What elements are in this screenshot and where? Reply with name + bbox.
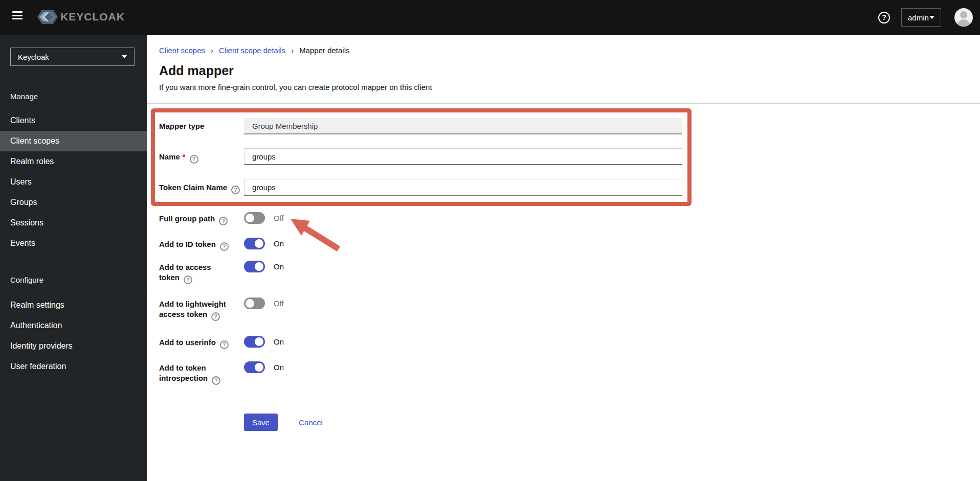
add-to-userinfo-label: Add to userinfo <box>159 338 216 347</box>
sidebar-divider <box>0 83 147 83</box>
toggle-state-label: Off <box>274 210 284 222</box>
sidebar-item-client-scopes[interactable]: Client scopes <box>0 131 147 151</box>
add-to-access-token-toggle[interactable] <box>244 261 265 272</box>
mapper-type-input <box>244 118 682 134</box>
sidebar: Keycloak Manage Clients Client scopes Re… <box>0 35 147 481</box>
page-title: Add mapper <box>159 63 234 78</box>
sidebar-item-events[interactable]: Events <box>0 233 147 254</box>
add-to-userinfo-toggle[interactable] <box>244 336 265 348</box>
help-icon[interactable]: ? <box>212 376 220 385</box>
brand-text: KEYCLOAK <box>60 11 125 23</box>
help-icon[interactable]: ? <box>184 276 192 284</box>
sidebar-section-configure: Configure <box>10 276 43 284</box>
avatar[interactable] <box>954 8 973 27</box>
sidebar-item-authentication[interactable]: Authentication <box>0 315 147 336</box>
sidebar-item-realm-settings[interactable]: Realm settings <box>0 295 147 315</box>
top-header: KEYCLOAK ? admin <box>0 0 980 35</box>
required-asterisk: * <box>183 152 186 161</box>
add-to-token-introspection-toggle[interactable] <box>244 361 265 373</box>
breadcrumb: Client scopes › Client scope details › M… <box>159 46 350 55</box>
form-row-add-to-token-introspection: Add to token introspection? On <box>159 359 284 385</box>
sidebar-item-sessions[interactable]: Sessions <box>0 213 147 233</box>
keycloak-logo-icon <box>37 9 58 25</box>
breadcrumb-separator-icon: › <box>211 46 213 55</box>
full-group-path-label: Full group path <box>159 214 215 223</box>
realm-selector-label: Keycloak <box>18 53 49 61</box>
help-icon[interactable]: ? <box>220 340 229 349</box>
save-button[interactable]: Save <box>244 414 278 431</box>
sidebar-section-manage: Manage <box>10 92 38 101</box>
toggle-state-label: On <box>274 259 284 271</box>
help-icon[interactable]: ? <box>219 217 228 225</box>
main-content: Client scopes › Client scope details › M… <box>147 35 980 481</box>
cancel-link[interactable]: Cancel <box>299 418 323 427</box>
name-input[interactable] <box>244 148 682 165</box>
add-to-token-introspection-label: Add to token introspection <box>159 363 208 382</box>
help-icon[interactable]: ? <box>231 186 240 194</box>
sidebar-item-realm-roles[interactable]: Realm roles <box>0 151 147 172</box>
form-row-token-claim-name: Token Claim Name? <box>159 179 682 196</box>
breadcrumb-client-scopes[interactable]: Client scopes <box>159 46 205 55</box>
content-divider <box>147 103 980 104</box>
add-to-id-token-toggle[interactable] <box>244 238 265 249</box>
form-row-mapper-type: Mapper type <box>159 118 682 134</box>
form-actions: Save Cancel <box>244 414 323 431</box>
sidebar-item-users[interactable]: Users <box>0 172 147 192</box>
breadcrumb-current: Mapper details <box>299 46 349 55</box>
mapper-type-label: Mapper type <box>159 122 204 130</box>
sidebar-item-user-federation[interactable]: User federation <box>0 356 147 377</box>
breadcrumb-separator-icon: › <box>291 46 294 55</box>
toggle-state-label: On <box>274 334 284 346</box>
form-row-name: Name*? <box>159 148 682 165</box>
page-subtitle: If you want more fine-grain control, you… <box>159 83 432 91</box>
form-row-add-to-userinfo: Add to userinfo? On <box>159 334 284 349</box>
token-claim-name-label: Token Claim Name <box>159 183 227 192</box>
help-icon[interactable]: ? <box>220 242 229 251</box>
user-menu-dropdown[interactable]: admin <box>901 8 941 27</box>
breadcrumb-client-scope-details[interactable]: Client scope details <box>219 46 285 55</box>
toggle-state-label: Off <box>274 295 284 308</box>
help-icon[interactable]: ? <box>211 312 220 321</box>
keycloak-logo: KEYCLOAK <box>37 9 125 25</box>
toggle-state-label: On <box>274 359 284 372</box>
sidebar-divider <box>0 288 147 288</box>
form-row-add-to-access-token: Add to access token? On <box>159 259 284 284</box>
chevron-down-icon <box>929 16 934 19</box>
form-row-add-to-id-token: Add to ID token? On <box>159 236 284 251</box>
hamburger-menu-icon[interactable] <box>12 11 23 19</box>
add-to-id-token-label: Add to ID token <box>159 240 216 248</box>
user-menu-label: admin <box>908 13 929 22</box>
sidebar-item-groups[interactable]: Groups <box>0 192 147 213</box>
sidebar-item-identity-providers[interactable]: Identity providers <box>0 336 147 356</box>
toggle-state-label: On <box>274 236 284 248</box>
form-row-add-to-lightweight-access-token: Add to lightweight access token? Off <box>159 295 284 321</box>
realm-selector[interactable]: Keycloak <box>10 48 135 66</box>
name-label: Name <box>159 152 180 161</box>
form-row-full-group-path: Full group path? Off <box>159 210 284 225</box>
full-group-path-toggle[interactable] <box>244 212 265 224</box>
sidebar-item-clients[interactable]: Clients <box>0 110 147 131</box>
token-claim-name-input[interactable] <box>244 179 682 196</box>
help-icon[interactable]: ? <box>878 12 890 24</box>
help-icon[interactable]: ? <box>190 155 198 164</box>
chevron-down-icon <box>122 55 127 58</box>
add-to-lightweight-access-token-toggle[interactable] <box>244 297 265 309</box>
